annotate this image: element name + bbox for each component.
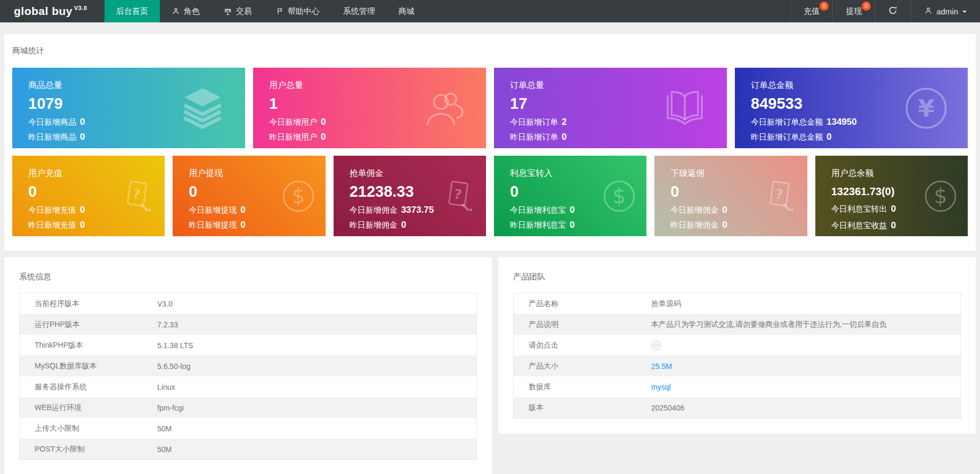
stat-line-value: 0 [80,117,85,127]
product-team-table: 产品名称抢单源码 产品说明本产品只为学习测试交流,请勿要做商业或者用于违法行为,… [513,293,961,419]
nav-item-roles[interactable]: 角色 [160,0,212,22]
table-row: ThinkPHP版本5.1.38 LTS [20,335,476,356]
stat-card-total-users: 用户总量 1 今日新增用户0 昨日新增用户0 [253,68,486,148]
svg-text:$: $ [291,184,305,208]
username: admin [936,7,958,16]
stat-line-label: 今日利息宝转出 [831,204,887,214]
svg-text:?: ? [774,186,784,203]
do-not-click-icon[interactable] [651,340,662,351]
stat-title: 用户总余额 [831,168,968,179]
nav-item-roles-label: 角色 [184,6,200,17]
nav-item-mall-label: 商城 [399,6,415,17]
row-value: 7.2.33 [157,320,183,329]
table-row: 产品名称抢单源码 [514,293,960,314]
row-label: 上传大小限制 [20,424,157,433]
nav-item-system-manage-label: 系统管理 [343,6,375,17]
stat-line-label: 昨日新增订单总金额 [751,132,823,142]
nav-item-trade[interactable]: 交易 [212,0,264,22]
stat-card-interest-transfer-in: 利息宝转入 0 今日新增利息宝0 昨日新增利息宝0 $ [494,156,646,236]
book-open-icon [662,87,708,130]
product-size-link[interactable]: 25.5M [651,362,677,371]
stat-line-value: 0 [240,205,245,215]
person-icon [172,7,180,15]
stat-line-label: 昨日新增商品 [28,132,76,142]
row-value: 50M [157,424,177,433]
product-team-title: 产品团队 [513,272,961,282]
stat-line-value: 0 [80,220,85,230]
table-row: 请勿点击 [514,335,960,356]
caret-down-icon [962,7,967,16]
stat-line-label: 昨日新增佣金 [670,220,718,230]
stat-line-label: 今日新增充值 [28,205,76,215]
user-menu[interactable]: admin [911,0,980,22]
row-value: fpm-fcgi [157,404,189,412]
row-label: 产品说明 [514,320,651,330]
row-label: MySQL数据库版本 [20,361,157,371]
recharge-label: 充值 [804,6,820,17]
stat-card-grab-commission: 抢单佣金 21238.33 今日新增佣金3373.75 昨日新增佣金0 ? [334,156,486,236]
users-icon [422,86,467,131]
stat-line-value: 0 [240,220,245,230]
nav-item-mall[interactable]: 商城 [387,0,426,22]
stat-line-value: 0 [570,220,574,230]
stat-line-label: 昨日新增充值 [28,220,76,230]
system-info-panel: 系统信息 当前程序版本V3.0 运行PHP版本7.2.33 ThinkPHP版本… [4,257,492,474]
stat-line-label: 今日新增佣金 [670,205,718,215]
stat-card-total-orders: 订单总量 17 今日新增订单2 昨日新增订单0 [494,68,727,148]
doc-question-icon: ? [441,179,476,214]
yen-circle-icon: ¥ [904,86,949,131]
table-row: WEB运行环境fpm-fcgi [20,397,476,418]
dollar-circle-icon: $ [602,179,637,214]
stat-line-label: 今日利息宝收益 [831,221,887,231]
table-row: 上传大小限制50M [20,418,476,439]
stat-card-user-balance: 用户总余额 132361.73(0) 今日利息宝转出0 今日利息宝收益0 $ [815,156,968,236]
stat-title: 用户提现 [189,168,325,179]
stat-card-user-withdraw: 用户提现 0 今日新增提现0 昨日新增提现0 $ [173,156,325,236]
table-row: POST大小限制50M [20,439,476,460]
database-link[interactable]: mysql [651,383,676,391]
refresh-button[interactable] [874,0,911,22]
stat-line-value: 0 [80,132,85,142]
scales-icon [223,7,232,16]
row-value: Linux [157,383,180,391]
withdraw-button[interactable]: 提现 0 [832,0,874,22]
row-value: 20250406 [651,404,690,412]
svg-text:$: $ [613,184,626,208]
stat-line-value: 0 [321,132,326,142]
withdraw-label: 提现 [846,6,862,17]
row-label: 服务器操作系统 [20,382,157,392]
user-icon [924,6,933,17]
svg-text:$: $ [934,184,947,208]
stat-card-sub-rebate: 下级返佣 0 今日新增佣金0 昨日新增佣金0 ? [654,156,807,236]
table-row: 产品说明本产品只为学习测试交流,请勿要做商业或者用于违法行为,一切后果自负 [514,314,960,335]
row-label: 版本 [514,403,651,413]
recharge-button[interactable]: 充值 0 [790,0,832,22]
stat-line-label: 今日新增提现 [189,205,237,215]
stat-line-label: 昨日新增利息宝 [510,220,566,230]
stat-line-label: 昨日新增订单 [510,132,558,142]
navbar-right: 充值 0 提现 0 admin [790,0,980,22]
stat-line-label: 今日新增利息宝 [510,205,566,215]
nav-item-trade-label: 交易 [236,6,252,17]
system-info-title: 系统信息 [19,272,477,282]
nav-item-system-manage[interactable]: 系统管理 [331,0,387,22]
nav-item-dashboard[interactable]: 后台首页 [104,0,160,22]
nav-item-help-center[interactable]: 帮助中心 [264,0,331,22]
row-label: 产品大小 [514,361,651,371]
product-team-panel: 产品团队 产品名称抢单源码 产品说明本产品只为学习测试交流,请勿要做商业或者用于… [498,257,976,433]
row-label: ThinkPHP版本 [20,341,157,350]
layers-icon [179,87,226,130]
row-label: POST大小限制 [20,445,157,454]
stat-title: 下级返佣 [670,168,807,179]
row-label: 数据库 [514,382,651,392]
withdraw-badge: 0 [862,2,871,11]
row-label: 当前程序版本 [20,299,157,309]
stat-line-value: 0 [401,220,406,230]
table-row: 版本20250406 [514,397,960,418]
stat-line-value: 0 [321,117,326,127]
stats-row-2: 用户充值 0 今日新增充值0 昨日新增充值0 ? 用户提现 0 今日新增提现0 … [12,156,968,236]
dollar-circle-icon: $ [281,179,316,214]
stat-line-value: 0 [570,205,574,215]
row-label: WEB运行环境 [20,403,157,413]
stat-line-label: 今日新增订单总金额 [751,117,823,127]
